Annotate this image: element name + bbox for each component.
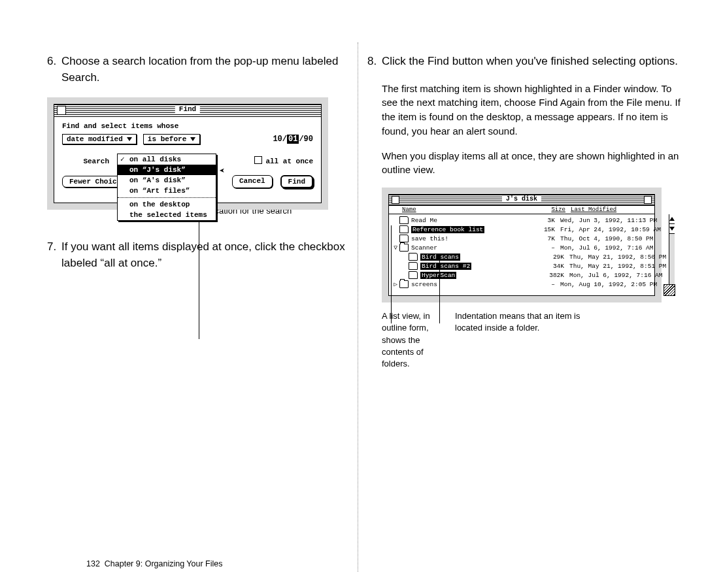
column-header-name[interactable]: Name [392,206,539,213]
document-icon [409,262,418,270]
file-row[interactable]: HyperScan382KMon, Jul 6, 1992, 7:16 AM [389,270,669,280]
file-row[interactable]: Reference book list15KFri, Apr 24, 1992,… [389,225,669,234]
item-name: Reference book list [411,226,528,233]
folder-row[interactable]: ▷screens–Mon, Aug 10, 1992, 2:05 PM [389,280,669,289]
disclosure-triangle-icon[interactable]: ▽ [392,244,399,252]
folder-icon [399,280,409,288]
menu-item[interactable]: on all disks [118,154,216,165]
file-row[interactable]: Bird scans #234KThu, May 21, 1992, 8:51 … [389,261,669,270]
folder-icon [399,244,409,252]
close-box-icon[interactable] [392,196,399,204]
window-title: Find [175,105,200,113]
date-field[interactable]: 10/01/90 [273,135,313,144]
list-titlebar: J's disk [389,195,654,206]
step-7: 7. If you want all items displayed at on… [47,239,348,271]
search-label: Search [62,157,109,165]
column-header-date[interactable]: Last Modified [565,206,652,213]
item-date: Mon, Aug 10, 1992, 2:05 PM [555,281,666,288]
callout-leader [439,259,440,323]
list-rows: Read Me3KWed, Jun 3, 1992, 11:13 PMRefer… [389,214,669,295]
item-name: Scanner [411,244,528,252]
operator-label: is before [148,135,186,143]
menu-item[interactable]: on the desktop [118,199,216,210]
item-size: – [528,281,555,288]
item-size: 29K [537,253,564,261]
grow-box-icon[interactable] [664,284,675,296]
cancel-button[interactable]: Cancel [232,175,273,188]
item-size: 7K [528,235,555,242]
column-header-size[interactable]: Size [539,206,565,213]
operator-popup[interactable]: is before [143,134,200,144]
item-size: 34K [537,263,564,270]
step-8: 8. Click the Find button when you've fin… [367,54,681,70]
step-text: Choose a search location from the pop-up… [61,54,348,86]
file-row[interactable]: Read Me3KWed, Jun 3, 1992, 11:13 PM [389,216,669,225]
scroll-up-icon[interactable] [669,214,675,224]
step-6: 6. Choose a search location from the pop… [47,54,348,86]
step-number: 8. [367,54,382,70]
find-window-figure: Find Find and select items whose date mo… [47,97,328,210]
checkbox-icon [254,156,262,164]
item-name: HyperScan [420,272,537,279]
search-location-popup[interactable]: on all disks on “J's disk” on “A's disk”… [117,154,216,221]
item-name: screens [411,281,528,288]
item-date: Fri, Apr 24, 1992, 10:59 AM [555,226,666,233]
vertical-scrollbar[interactable] [669,214,675,295]
scroll-down-icon[interactable] [669,224,675,234]
item-date: Mon, Jul 6, 1992, 7:16 AM [555,244,666,252]
page-number: 132 [86,559,100,568]
step-text: Click the Find button when you've finish… [382,54,681,70]
step-number: 7. [47,239,61,271]
item-date: Thu, May 21, 1992, 8:50 PM [564,253,666,261]
menu-item[interactable]: on “Art files” [118,186,216,196]
find-titlebar: Find [54,105,321,117]
folder-row[interactable]: ▽Scanner–Mon, Jul 6, 1992, 7:16 AM [389,243,669,252]
item-date: Thu, Oct 4, 1990, 8:50 PM [555,235,666,242]
document-icon [399,216,409,224]
zoom-box-icon[interactable] [644,196,652,204]
chapter-title: Chapter 9: Organizing Your Files [105,559,223,568]
document-icon [399,225,409,233]
item-size: 3K [528,217,555,224]
disclosure-triangle-icon[interactable]: ▷ [392,280,399,288]
item-date: Thu, May 21, 1992, 8:51 PM [564,263,666,270]
menu-separator [118,197,216,198]
close-box-icon[interactable] [57,106,66,115]
document-icon [409,253,418,261]
step-number: 6. [47,54,61,86]
body-paragraph: The first matching item is shown highlig… [382,82,681,139]
document-icon [409,271,418,279]
step-text: If you want all items displayed at once,… [61,239,348,271]
item-name: Read Me [411,217,528,224]
menu-item-highlighted[interactable]: on “J's disk” [118,165,216,175]
menu-item[interactable]: on “A's disk” [118,175,216,186]
item-name: Bird scans #2 [420,263,537,270]
attribute-label: date modified [67,135,123,143]
document-icon [399,235,409,242]
window-title: J's disk [502,195,541,203]
item-name: Bird scans [420,253,537,261]
chevron-down-icon [190,137,195,141]
figure-caption: Indentation means that an item is locate… [455,310,599,370]
menu-item[interactable]: the selected items [118,210,216,220]
list-header: Name Size Last Modified [389,206,654,214]
chevron-down-icon [127,137,132,141]
list-window-figure: J's disk Name Size Last Modified Read Me… [382,188,662,302]
item-size: 15K [528,226,555,233]
item-date: Wed, Jun 3, 1992, 11:13 PM [555,217,666,224]
page-footer: 132 Chapter 9: Organizing Your Files [86,559,222,568]
find-prompt: Find and select items whose [62,122,313,130]
attribute-popup[interactable]: date modified [62,134,137,144]
find-button[interactable]: Find [280,175,313,188]
column-divider [358,42,358,572]
item-date: Mon, Jul 6, 1992, 7:16 AM [564,272,666,279]
file-row[interactable]: save this!7KThu, Oct 4, 1990, 8:50 PM [389,234,669,243]
item-size: 382K [537,272,564,279]
file-row[interactable]: Bird scans29KThu, May 21, 1992, 8:50 PM [389,252,669,261]
item-size: – [528,244,555,252]
cursor-icon: ➤ [219,165,224,176]
callout-leader [391,225,392,323]
item-name: save this! [411,235,528,242]
all-at-once-checkbox[interactable]: all at once [254,156,313,166]
body-paragraph: When you display items all at once, they… [382,149,681,178]
